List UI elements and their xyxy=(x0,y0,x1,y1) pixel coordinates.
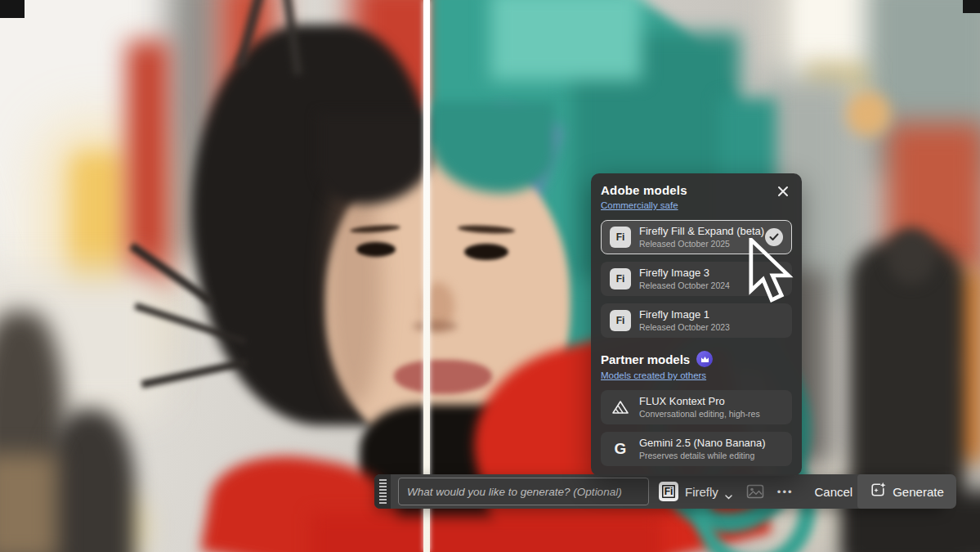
firefly-icon: Fi xyxy=(610,227,631,248)
drag-handle[interactable] xyxy=(374,474,391,509)
model-item-firefly-fill-expand[interactable]: Fi Firefly Fill & Expand (beta) Released… xyxy=(601,220,792,254)
prompt-bar: Fi Firefly ••• Cancel Generate xyxy=(374,474,943,509)
photo-pedestrian xyxy=(887,227,936,285)
woman-hair-teal xyxy=(490,0,642,80)
photo-pedestrian xyxy=(0,454,57,552)
firefly-icon: Fi xyxy=(610,268,631,289)
before-after-divider[interactable] xyxy=(423,0,430,552)
photo-corner xyxy=(963,0,980,13)
model-title: FLUX Kontext Pro xyxy=(639,395,760,408)
partner-models-header: Partner models xyxy=(601,351,792,367)
model-item-flux-kontext-pro[interactable]: FLUX Kontext Pro Conversational editing,… xyxy=(601,390,792,424)
selected-check-icon xyxy=(765,228,783,246)
photo-corner xyxy=(0,0,25,18)
model-picker-panel: Adobe models Commercially safe Fi Firefl… xyxy=(591,173,802,476)
close-icon[interactable] xyxy=(774,183,792,201)
model-item-firefly-image-1[interactable]: Fi Firefly Image 1 Released October 2023 xyxy=(601,303,792,338)
model-release-date: Released October 2024 xyxy=(639,280,730,291)
crown-icon xyxy=(696,351,713,367)
photo-bokeh xyxy=(846,92,891,137)
generate-label: Generate xyxy=(893,485,944,499)
chevron-down-icon xyxy=(725,488,732,503)
model-release-date: Released October 2023 xyxy=(639,322,730,333)
reference-image-icon[interactable] xyxy=(746,484,764,499)
photo-pedestrian xyxy=(45,409,135,552)
model-item-firefly-image-3[interactable]: Fi Firefly Image 3 Released October 2024 xyxy=(601,262,792,296)
grip-dashes-icon xyxy=(379,479,387,504)
flux-logo-icon xyxy=(610,400,631,415)
model-release-date: Released October 2025 xyxy=(639,239,757,249)
gemini-logo-icon: G xyxy=(610,440,631,458)
model-title: Firefly Image 3 xyxy=(639,267,730,280)
model-description: Conversational editing, high-res xyxy=(639,409,760,420)
generate-icon xyxy=(870,482,886,501)
model-title: Firefly Image 1 xyxy=(639,308,730,321)
prompt-input[interactable] xyxy=(398,478,649,505)
generate-button[interactable]: Generate xyxy=(857,474,956,509)
woman-nose xyxy=(413,321,458,332)
woman-lips xyxy=(394,360,492,394)
partner-models-heading: Partner models xyxy=(601,352,690,366)
model-selector-label: Firefly xyxy=(685,485,718,499)
model-title: Gemini 2.5 (Nano Banana) xyxy=(639,437,766,450)
more-options-button[interactable]: ••• xyxy=(777,486,794,498)
model-description: Preserves details while editing xyxy=(639,451,766,461)
woman-eye xyxy=(464,244,508,260)
firefly-icon: Fi xyxy=(610,310,631,331)
model-selector-button[interactable]: Fi Firefly xyxy=(659,481,732,503)
model-title: Firefly Fill & Expand (beta) xyxy=(639,225,757,238)
adobe-models-heading: Adobe models xyxy=(601,183,792,197)
woman-eye xyxy=(356,242,396,257)
model-item-gemini-nano-banana[interactable]: G Gemini 2.5 (Nano Banana) Preserves det… xyxy=(601,432,792,466)
woman-face-shading xyxy=(325,168,383,409)
cancel-button[interactable]: Cancel xyxy=(810,484,858,500)
app-canvas: Adobe models Commercially safe Fi Firefl… xyxy=(0,0,980,552)
models-created-by-others-link[interactable]: Models created by others xyxy=(601,370,706,380)
woman-red-coat xyxy=(311,514,662,552)
commercially-safe-link[interactable]: Commercially safe xyxy=(601,200,678,210)
firefly-icon: Fi xyxy=(659,482,678,501)
